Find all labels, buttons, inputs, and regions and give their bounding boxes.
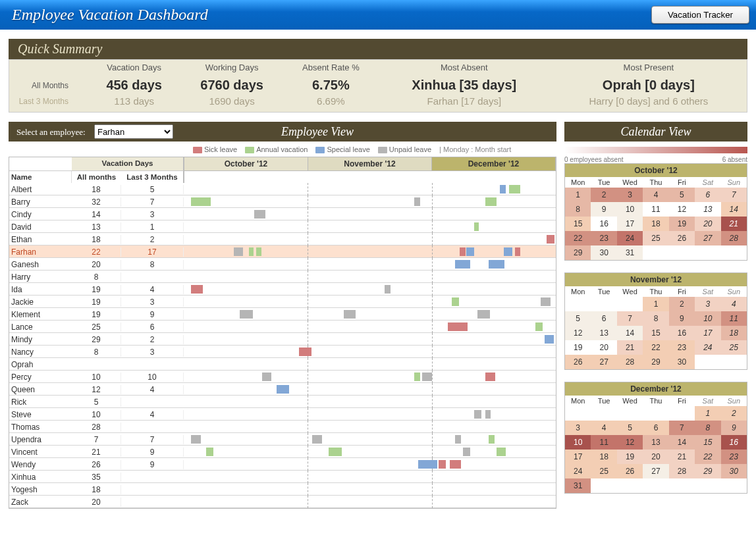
cal-day[interactable]: 12	[669, 202, 695, 217]
cal-day[interactable]: 18	[591, 450, 616, 464]
cal-day[interactable]: 9	[669, 311, 695, 326]
cal-day[interactable]: 21	[721, 217, 747, 231]
cal-day[interactable]: 16	[669, 326, 695, 340]
cal-day[interactable]: 3	[565, 421, 591, 435]
cal-day[interactable]: 10	[695, 311, 720, 326]
cal-day[interactable]: 20	[591, 340, 616, 355]
cal-day[interactable]: 25	[591, 464, 616, 478]
grid-row[interactable]: Barry327	[9, 195, 556, 208]
cal-day[interactable]: 10	[565, 435, 591, 450]
cal-day[interactable]: 29	[643, 355, 668, 369]
cal-day[interactable]: 25	[721, 340, 747, 355]
grid-row[interactable]: Xinhua35	[9, 471, 556, 483]
cal-day[interactable]: 30	[669, 355, 695, 369]
cal-day[interactable]: 17	[617, 217, 643, 231]
cal-day[interactable]: 20	[695, 217, 720, 231]
grid-row[interactable]: Cindy143	[9, 208, 556, 220]
cal-day[interactable]: 28	[669, 464, 695, 478]
cal-day[interactable]: 4	[591, 421, 616, 435]
cal-day[interactable]: 31	[565, 478, 591, 493]
cal-day[interactable]: 11	[643, 202, 668, 217]
cal-day[interactable]: 26	[565, 355, 591, 369]
cal-day[interactable]: 15	[695, 435, 720, 450]
cal-day[interactable]: 8	[565, 202, 591, 217]
cal-day[interactable]: 3	[617, 188, 643, 202]
cal-day[interactable]: 6	[591, 311, 616, 326]
cal-day[interactable]: 22	[695, 450, 720, 464]
grid-row[interactable]: Rick5	[9, 396, 556, 408]
cal-day[interactable]: 3	[695, 297, 720, 311]
grid-row[interactable]: Klement199	[9, 308, 556, 321]
cal-day[interactable]: 27	[643, 464, 668, 478]
cal-day[interactable]: 17	[695, 326, 720, 340]
vacation-tracker-button[interactable]: Vacation Tracker	[651, 6, 749, 24]
cal-day[interactable]: 30	[591, 245, 616, 260]
cal-day[interactable]: 21	[669, 450, 695, 464]
cal-day[interactable]: 5	[617, 421, 643, 435]
cal-day[interactable]: 5	[565, 311, 591, 326]
grid-row[interactable]: Zack20	[9, 496, 556, 508]
grid-row[interactable]: Yogesh18	[9, 483, 556, 496]
grid-row[interactable]: Lance256	[9, 321, 556, 333]
cal-day[interactable]: 20	[643, 450, 668, 464]
cal-day[interactable]: 2	[721, 406, 747, 421]
cal-day[interactable]: 10	[617, 202, 643, 217]
grid-row[interactable]: Harry8	[9, 270, 556, 283]
cal-day[interactable]: 13	[695, 202, 720, 217]
cal-day[interactable]: 18	[643, 217, 668, 231]
cal-day[interactable]: 4	[721, 297, 747, 311]
cal-day[interactable]: 31	[617, 245, 643, 260]
cal-day[interactable]: 13	[591, 326, 616, 340]
cal-day[interactable]: 22	[565, 231, 591, 245]
cal-day[interactable]: 24	[617, 231, 643, 245]
cal-day[interactable]: 13	[643, 435, 668, 450]
grid-row[interactable]: Wendy269	[9, 458, 556, 471]
grid-row[interactable]: Upendra77	[9, 433, 556, 446]
cal-day[interactable]: 23	[591, 231, 616, 245]
grid-row[interactable]: Oprah	[9, 358, 556, 371]
cal-day[interactable]: 27	[591, 355, 616, 369]
grid-row[interactable]: Vincent219	[9, 446, 556, 458]
grid-row[interactable]: Steve104	[9, 408, 556, 421]
cal-day[interactable]: 15	[643, 326, 668, 340]
cal-day[interactable]: 6	[643, 421, 668, 435]
cal-day[interactable]: 30	[721, 464, 747, 478]
grid-row[interactable]: Albert185	[9, 183, 556, 195]
cal-day[interactable]: 8	[695, 421, 720, 435]
grid-row[interactable]: Queen124	[9, 383, 556, 396]
cal-day[interactable]: 24	[565, 464, 591, 478]
cal-day[interactable]: 11	[721, 311, 747, 326]
cal-day[interactable]: 25	[643, 231, 668, 245]
cal-day[interactable]: 6	[695, 188, 720, 202]
grid-row[interactable]: Farhan2217	[9, 245, 556, 258]
cal-day[interactable]: 8	[643, 311, 668, 326]
cal-day[interactable]: 29	[565, 245, 591, 260]
grid-row[interactable]: Mindy292	[9, 333, 556, 346]
cal-day[interactable]: 29	[695, 464, 720, 478]
cal-day[interactable]: 19	[669, 217, 695, 231]
cal-day[interactable]: 28	[721, 231, 747, 245]
cal-day[interactable]: 27	[695, 231, 720, 245]
cal-day[interactable]: 7	[669, 421, 695, 435]
cal-day[interactable]: 4	[643, 188, 668, 202]
grid-row[interactable]: Thomas28	[9, 421, 556, 433]
cal-day[interactable]: 16	[721, 435, 747, 450]
cal-day[interactable]: 17	[565, 450, 591, 464]
grid-row[interactable]: Ethan182	[9, 233, 556, 245]
employee-select[interactable]: Farhan	[94, 124, 173, 139]
grid-row[interactable]: Jackie193	[9, 296, 556, 308]
cal-day[interactable]: 19	[565, 340, 591, 355]
grid-row[interactable]: David131	[9, 220, 556, 233]
cal-day[interactable]: 9	[721, 421, 747, 435]
cal-day[interactable]: 1	[565, 188, 591, 202]
cal-day[interactable]: 9	[591, 202, 616, 217]
cal-day[interactable]: 19	[617, 450, 643, 464]
cal-day[interactable]: 14	[617, 326, 643, 340]
cal-day[interactable]: 22	[643, 340, 668, 355]
cal-day[interactable]: 15	[565, 217, 591, 231]
cal-day[interactable]: 2	[669, 297, 695, 311]
cal-day[interactable]: 23	[721, 450, 747, 464]
cal-day[interactable]: 18	[721, 326, 747, 340]
cal-day[interactable]: 14	[721, 202, 747, 217]
cal-day[interactable]: 7	[721, 188, 747, 202]
